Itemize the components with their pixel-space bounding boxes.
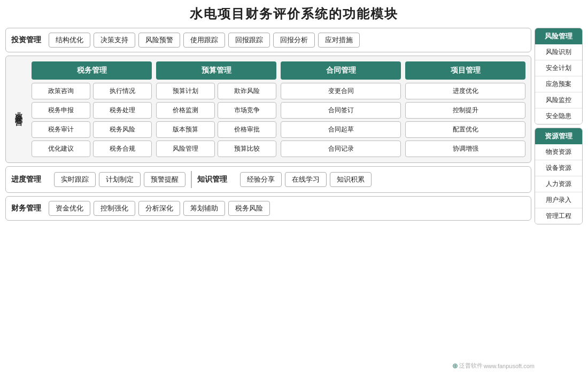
investment-tag: 使用跟踪 <box>183 33 225 48</box>
ops-col-3: 项目管理进度优化控制提升配置优化协调增强 <box>405 61 525 157</box>
finance-tag: 筹划辅助 <box>183 201 225 216</box>
sidebar-item[interactable]: 用户录入 <box>535 192 582 208</box>
sidebar-header-1: 资源管理 <box>535 128 582 144</box>
knowledge-tags: 经验分享在线学习知识积累 <box>240 172 372 187</box>
progress-label: 进度管理 <box>11 175 41 184</box>
ops-item: 价格监测 <box>156 102 215 119</box>
investment-tag: 应对措施 <box>318 33 360 48</box>
sidebar-item[interactable]: 管理工程 <box>535 208 582 224</box>
knowledge-tag: 经验分享 <box>240 172 282 187</box>
ops-col-items-1: 预算计划欺诈风险价格监测市场竞争版本预算价格审批风险管理预算比较 <box>156 83 276 157</box>
knowledge-tag: 知识积累 <box>330 172 372 187</box>
sidebar-item[interactable]: 风险识别 <box>535 44 582 60</box>
ops-row-pair-0-3: 优化建议税务合规 <box>32 141 152 157</box>
investment-label: 投资管理 <box>11 35 41 45</box>
finance-tag: 税务风险 <box>228 201 270 216</box>
ops-row-pair-0-2: 税务审计税务风险 <box>32 121 152 138</box>
knowledge-label: 知识管理 <box>197 175 227 184</box>
ops-item-single: 变更合同 <box>281 83 401 99</box>
finance-tags: 资金优化控制强化分析深化筹划辅助税务风险 <box>49 201 270 216</box>
progress-knowledge-row: 进度管理 实时跟踪计划制定预警提醒 知识管理 经验分享在线学习知识积累 <box>5 166 531 193</box>
watermark-url: www.fanpusoft.com <box>484 363 535 369</box>
progress-tag: 计划制定 <box>99 172 141 187</box>
sidebar-item[interactable]: 物资资源 <box>535 144 582 160</box>
ops-item: 税务审计 <box>32 121 90 138</box>
ops-col-2: 合同管理变更合同合同签订合同起草合同记录 <box>281 61 401 157</box>
sidebar-items-1: 物资资源设备资源人力资源用户录入管理工程 <box>535 144 582 224</box>
watermark: ⊕ 泛普软件 www.fanpusoft.com <box>452 362 535 370</box>
knowledge-tag: 在线学习 <box>285 172 327 187</box>
operations-box: 业务运营 税务管理政策咨询执行情况税务申报税务处理税务审计税务风险优化建议税务合… <box>5 56 531 163</box>
ops-row-pair-0-1: 税务申报税务处理 <box>32 102 152 119</box>
operations-grid: 税务管理政策咨询执行情况税务申报税务处理税务审计税务风险优化建议税务合规预算管理… <box>32 61 525 157</box>
sidebar-item[interactable]: 应急预案 <box>535 76 582 92</box>
right-sidebar: 风险管理风险识别安全计划应急预案风险监控安全隐患资源管理物资资源设备资源人力资源… <box>535 28 583 369</box>
ops-item-single: 进度优化 <box>405 83 525 99</box>
ops-col-1: 预算管理预算计划欺诈风险价格监测市场竞争版本预算价格审批风险管理预算比较 <box>156 61 276 157</box>
ops-item: 政策咨询 <box>32 83 90 99</box>
finance-row: 财务管理 资金优化控制强化分析深化筹划辅助税务风险 <box>5 196 531 221</box>
ops-item: 预算计划 <box>156 83 215 99</box>
investment-row: 投资管理 结构优化决策支持风险预警使用跟踪回报跟踪回报分析应对措施 <box>5 28 531 52</box>
finance-tag: 资金优化 <box>49 201 90 216</box>
operations-label: 业务运营 <box>11 61 26 157</box>
ops-item: 价格审批 <box>218 121 276 138</box>
progress-tag: 实时跟踪 <box>54 172 96 187</box>
investment-tags: 结构优化决策支持风险预警使用跟踪回报跟踪回报分析应对措施 <box>49 33 360 48</box>
ops-item: 税务风险 <box>93 121 152 138</box>
investment-tag: 回报分析 <box>273 33 315 48</box>
ops-item: 税务合规 <box>93 141 152 157</box>
finance-label: 财务管理 <box>11 204 41 213</box>
ops-col-header-2: 合同管理 <box>281 61 401 80</box>
ops-row-pair-1-3: 风险管理预算比较 <box>156 141 276 157</box>
sidebar-section-1: 资源管理物资资源设备资源人力资源用户录入管理工程 <box>535 128 583 224</box>
investment-tag: 风险预警 <box>138 33 180 48</box>
progress-tags: 实时跟踪计划制定预警提醒 <box>54 172 185 187</box>
ops-item: 欺诈风险 <box>218 83 276 99</box>
ops-item-single: 合同签订 <box>281 102 401 119</box>
sidebar-header-0: 风险管理 <box>535 28 582 44</box>
ops-col-items-3: 进度优化控制提升配置优化协调增强 <box>405 83 525 157</box>
ops-col-items-2: 变更合同合同签订合同起草合同记录 <box>281 83 401 157</box>
ops-item: 版本预算 <box>156 121 215 138</box>
content-area: 投资管理 结构优化决策支持风险预警使用跟踪回报跟踪回报分析应对措施 业务运营 税… <box>5 28 583 369</box>
ops-row-pair-1-0: 预算计划欺诈风险 <box>156 83 276 99</box>
ops-item-single: 控制提升 <box>405 102 525 119</box>
ops-col-items-0: 政策咨询执行情况税务申报税务处理税务审计税务风险优化建议税务合规 <box>32 83 152 157</box>
investment-tag: 结构优化 <box>49 33 90 48</box>
page-title: 水电项目财务评价系统的功能模块 <box>5 5 583 22</box>
ops-item: 风险管理 <box>156 141 215 157</box>
ops-row-pair-0-0: 政策咨询执行情况 <box>32 83 152 99</box>
ops-row-pair-1-1: 价格监测市场竞争 <box>156 102 276 119</box>
watermark-logo: ⊕ <box>452 362 458 370</box>
watermark-brand: 泛普软件 <box>459 362 483 370</box>
sidebar-section-0: 风险管理风险识别安全计划应急预案风险监控安全隐患 <box>535 28 583 124</box>
progress-tag: 预警提醒 <box>144 172 185 187</box>
sidebar-item[interactable]: 人力资源 <box>535 176 582 192</box>
ops-col-header-0: 税务管理 <box>32 61 152 80</box>
ops-item-single: 合同记录 <box>281 141 401 157</box>
left-main: 投资管理 结构优化决策支持风险预警使用跟踪回报跟踪回报分析应对措施 业务运营 税… <box>5 28 531 369</box>
finance-tag: 分析深化 <box>138 201 180 216</box>
divider <box>191 171 192 188</box>
finance-tag: 控制强化 <box>94 201 135 216</box>
main-container: 水电项目财务评价系统的功能模块 投资管理 结构优化决策支持风险预警使用跟踪回报跟… <box>0 0 588 374</box>
ops-item: 税务处理 <box>93 102 152 119</box>
ops-col-0: 税务管理政策咨询执行情况税务申报税务处理税务审计税务风险优化建议税务合规 <box>32 61 152 157</box>
investment-tag: 决策支持 <box>94 33 135 48</box>
sidebar-item[interactable]: 安全隐患 <box>535 108 582 124</box>
sidebar-item[interactable]: 风险监控 <box>535 92 582 108</box>
ops-item: 税务申报 <box>32 102 90 119</box>
ops-item-single: 协调增强 <box>405 141 525 157</box>
ops-col-header-3: 项目管理 <box>405 61 525 80</box>
ops-item-single: 合同起草 <box>281 121 401 138</box>
sidebar-item[interactable]: 设备资源 <box>535 160 582 176</box>
sidebar-item[interactable]: 安全计划 <box>535 60 582 76</box>
ops-row-pair-1-2: 版本预算价格审批 <box>156 121 276 138</box>
sidebar-items-0: 风险识别安全计划应急预案风险监控安全隐患 <box>535 44 582 124</box>
ops-item: 市场竞争 <box>218 102 276 119</box>
ops-item: 执行情况 <box>93 83 152 99</box>
investment-tag: 回报跟踪 <box>228 33 270 48</box>
ops-item: 优化建议 <box>32 141 90 157</box>
ops-col-header-1: 预算管理 <box>156 61 276 80</box>
